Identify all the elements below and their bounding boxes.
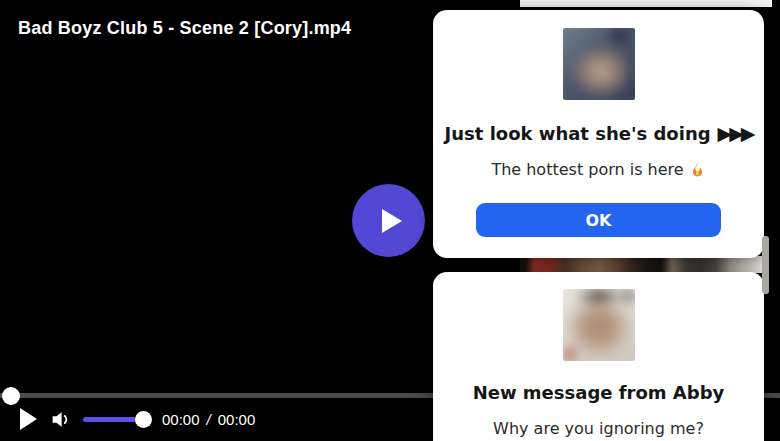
popup-thumbnail[interactable] xyxy=(563,289,635,361)
popup-thumbnail[interactable] xyxy=(563,28,635,100)
background-image xyxy=(520,256,768,273)
time-display: 00:00 / 00:00 xyxy=(162,411,255,428)
popup-heading: New message from Abby xyxy=(473,382,725,403)
popup-thumbnail-image xyxy=(563,28,635,100)
message-popup: New message from Abby Why are you ignori… xyxy=(433,272,764,441)
background-page-strip xyxy=(520,0,772,7)
ok-button[interactable]: OK xyxy=(476,203,721,237)
play-button[interactable] xyxy=(20,408,37,430)
mute-button[interactable] xyxy=(47,406,74,433)
fire-icon xyxy=(689,161,706,178)
popup-body: The hottest porn is here xyxy=(491,160,705,179)
popup-body-text: Why are you ignoring me? xyxy=(493,419,704,438)
time-separator: / xyxy=(207,411,211,428)
big-play-button[interactable] xyxy=(352,184,425,257)
popup-heading-text: New message from Abby xyxy=(473,382,725,403)
background-image-strip xyxy=(520,256,768,273)
seek-handle[interactable] xyxy=(2,387,20,405)
speaker-icon xyxy=(47,406,74,433)
current-time: 00:00 xyxy=(162,411,200,428)
popup-body: Why are you ignoring me? xyxy=(493,419,704,438)
duration: 00:00 xyxy=(218,411,256,428)
triple-play-arrows-icon: ▶▶▶ xyxy=(718,122,753,144)
big-play-icon xyxy=(382,209,402,233)
popup-heading-text: Just look what she's doing xyxy=(445,123,711,144)
popup-heading: Just look what she's doing ▶▶▶ xyxy=(445,122,753,144)
ad-popup: Just look what she's doing ▶▶▶ The hotte… xyxy=(433,10,764,258)
volume-slider[interactable] xyxy=(83,417,136,422)
video-title: Bad Boyz Club 5 - Scene 2 [Cory].mp4 xyxy=(18,18,351,39)
scrollbar-thumb[interactable] xyxy=(762,236,769,294)
popup-body-text: The hottest porn is here xyxy=(491,160,683,179)
volume-handle[interactable] xyxy=(135,411,152,428)
popup-thumbnail-image xyxy=(563,289,635,361)
video-player-page: Bad Boyz Club 5 - Scene 2 [Cory].mp4 00:… xyxy=(0,0,780,441)
